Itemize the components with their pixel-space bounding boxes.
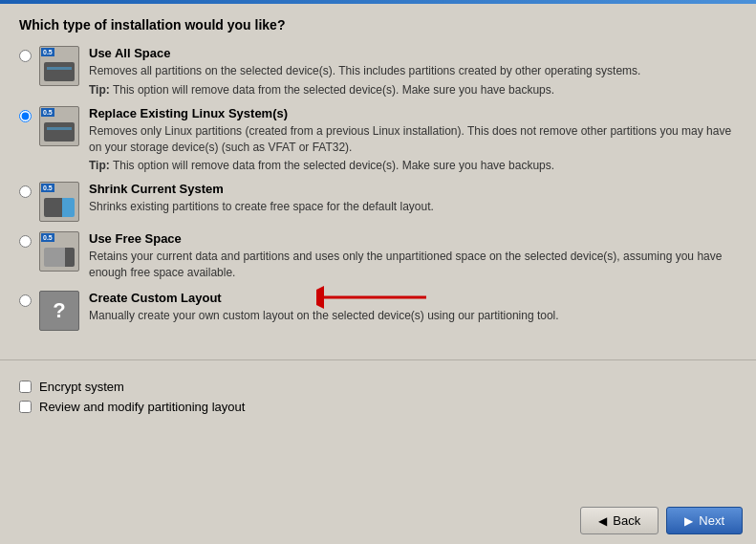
radio-replace-linux[interactable]	[19, 110, 32, 122]
radio-shrink-current[interactable]	[19, 185, 32, 198]
option-text-create-custom: Create Custom Layout Manually create you…	[89, 291, 737, 324]
option-title-create-custom: Create Custom Layout	[89, 291, 737, 305]
option-text-use-free-space: Use Free Space Retains your current data…	[89, 231, 737, 281]
label-review-partitioning[interactable]: Review and modify partitioning layout	[39, 400, 245, 414]
radio-create-custom[interactable]	[19, 294, 32, 307]
option-desc-use-free-space: Retains your current data and partitions…	[89, 249, 737, 281]
back-button[interactable]: ◀ Back	[580, 507, 659, 534]
page-title: Which type of installation would you lik…	[19, 17, 737, 33]
back-label: Back	[613, 513, 640, 528]
label-encrypt-system[interactable]: Encrypt system	[39, 380, 124, 394]
option-title-use-free-space: Use Free Space	[89, 231, 737, 246]
option-shrink-current: 0.5 Shrink Current System Shrinks existi…	[19, 182, 737, 222]
disk-image-4	[44, 248, 75, 267]
radio-use-all-space[interactable]	[19, 50, 32, 62]
divider	[0, 359, 756, 360]
option-desc-create-custom: Manually create your own custom layout o…	[89, 308, 737, 324]
option-use-all-space: 0.5 Use All Space Removes all partitions…	[19, 46, 737, 97]
option-replace-linux: 0.5 Replace Existing Linux System(s) Rem…	[19, 106, 737, 173]
radio-use-free-space[interactable]	[19, 235, 32, 248]
icon-use-all-space: 0.5	[39, 46, 79, 86]
option-title-use-all-space: Use All Space	[89, 46, 737, 60]
checkbox-row-encrypt: Encrypt system	[19, 380, 737, 394]
option-title-shrink-current: Shrink Current System	[89, 182, 737, 196]
option-text-replace-linux: Replace Existing Linux System(s) Removes…	[89, 106, 737, 173]
option-desc-shrink-current: Shrinks existing partitions to create fr…	[89, 199, 737, 215]
icon-create-custom: ?	[39, 291, 79, 331]
option-tip-use-all-space: Tip: This option will remove data from t…	[89, 83, 737, 97]
option-use-free-space: 0.5 Use Free Space Retains your current …	[19, 231, 737, 281]
option-title-replace-linux: Replace Existing Linux System(s)	[89, 106, 737, 120]
next-label: Next	[699, 513, 724, 528]
icon-shrink-current: 0.5	[39, 182, 79, 222]
option-desc-use-all-space: Removes all partitions on the selected d…	[89, 63, 737, 79]
checkbox-review-partitioning[interactable]	[19, 401, 32, 413]
option-desc-replace-linux: Removes only Linux partitions (created f…	[89, 123, 737, 156]
disk-image-2	[44, 122, 75, 141]
option-tip-replace-linux: Tip: This option will remove data from t…	[89, 159, 737, 172]
option-text-shrink-current: Shrink Current System Shrinks existing p…	[89, 182, 737, 215]
icon-use-free-space: 0.5	[39, 231, 79, 272]
disk-image-3	[44, 198, 75, 217]
icon-replace-linux: 0.5	[39, 106, 79, 146]
disk-image	[44, 62, 75, 81]
option-create-custom: ? Create Custom Layout Manually create y…	[19, 291, 737, 331]
main-content: Which type of installation would you lik…	[0, 4, 756, 350]
checkbox-row-review: Review and modify partitioning layout	[19, 400, 737, 414]
next-icon: ▶	[684, 514, 693, 528]
bottom-buttons: ◀ Back ▶ Next	[580, 507, 743, 534]
checkbox-encrypt-system[interactable]	[19, 381, 32, 393]
next-button[interactable]: ▶ Next	[666, 507, 743, 534]
checkboxes-section: Encrypt system Review and modify partiti…	[0, 370, 756, 424]
option-text-use-all-space: Use All Space Removes all partitions on …	[89, 46, 737, 97]
back-icon: ◀	[598, 514, 607, 528]
